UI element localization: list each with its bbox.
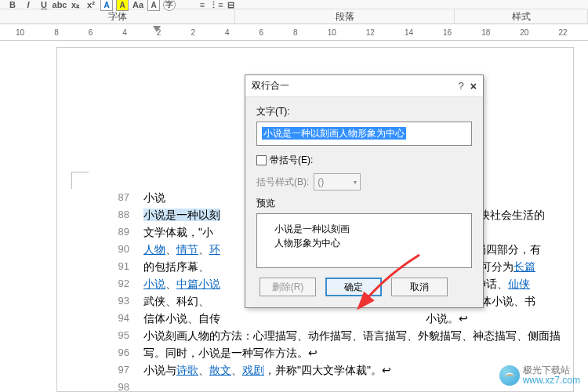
watermark-logo-icon	[499, 365, 520, 386]
preview-line2: 人物形象为中心	[274, 236, 454, 250]
line-number: 93	[57, 292, 143, 310]
preview-label: 预览	[256, 197, 472, 210]
highlight-button[interactable]: A	[116, 0, 129, 11]
italic-button[interactable]: I	[22, 0, 34, 11]
close-button[interactable]: ×	[470, 80, 477, 93]
bracket-style-label: 括号样式(B):	[256, 176, 309, 189]
text-input[interactable]: 小说是一种以刻画人物形象为中心	[256, 122, 472, 146]
doc-line[interactable]: 95小说刻画人物的方法：心理描写、动作描写、语言描写、外貌描写、神态描写、侧面描	[57, 327, 573, 344]
delete-button[interactable]: 删除(R)	[260, 278, 316, 296]
watermark-url: www.xz7.com	[523, 376, 580, 386]
multilevel-button[interactable]: ⊟	[224, 0, 237, 11]
group-style-label: 样式	[455, 9, 588, 24]
enclose-char-button[interactable]: 字	[163, 0, 176, 11]
toolbar-top: B I U abc x₂ x² A A Aa A 字 ≡ ⋮≡ ⊟	[0, 0, 588, 9]
hyperlink[interactable]: 仙侠	[508, 278, 530, 290]
line-number: 89	[57, 223, 143, 241]
line-text[interactable]: 小说刻画人物的方法：心理描写、动作描写、语言描写、外貌描写、神态描写、侧面描	[143, 327, 573, 344]
dialog-title: 双行合一	[252, 79, 459, 93]
hyperlink[interactable]: 散文	[209, 364, 231, 376]
toolbar-paragraph-icons: ≡ ⋮≡ ⊟	[196, 0, 237, 11]
char-border-button[interactable]: A	[147, 0, 160, 11]
two-lines-in-one-dialog: 双行合一 ? × 文字(T): 小说是一种以刻画人物形象为中心 带括号(E): …	[245, 74, 484, 308]
line-text[interactable]: 写。同时，小说是一种写作方法。↩	[143, 344, 573, 361]
bullets-button[interactable]: ≡	[196, 0, 209, 11]
text-input-value: 小说是一种以刻画人物形象为中心	[262, 127, 406, 140]
line-number: 98	[57, 379, 143, 392]
hyperlink[interactable]: 戏剧	[242, 364, 264, 376]
ribbon-group-labels: 字体 段落 样式	[0, 9, 588, 24]
line-number: 95	[57, 327, 143, 344]
line-number: 96	[57, 344, 143, 361]
text-label: 文字(T):	[256, 105, 472, 118]
bracket-checkbox[interactable]	[256, 155, 267, 165]
line-number: 90	[57, 241, 143, 258]
doc-line[interactable]: 97小说与诗歌、散文、戏剧，并称"四大文学体裁"。↩	[57, 361, 573, 379]
line-number: 88	[57, 206, 143, 223]
sub-button[interactable]: x₂	[69, 0, 82, 11]
doc-line[interactable]: 96写。同时，小说是一种写作方法。↩	[57, 344, 573, 361]
sup-button[interactable]: x²	[85, 0, 97, 11]
toolbar-format-icons: B I U abc x₂ x² A A Aa A 字	[6, 0, 176, 11]
underline-button[interactable]: U	[38, 0, 50, 11]
page-corner-mark	[71, 172, 89, 189]
chevron-down-icon: ▾	[354, 179, 357, 186]
change-case-button[interactable]: Aa	[132, 0, 144, 11]
hyperlink[interactable]: 中篇小说	[176, 278, 220, 290]
doc-line[interactable]: 94信体小说、自传小说。↩	[57, 310, 573, 327]
hyperlink[interactable]: 诗歌	[176, 364, 198, 376]
preview-line1: 小说是一种以刻画	[274, 222, 454, 236]
bracket-style-combo: () ▾	[314, 173, 361, 191]
preview-box: 小说是一种以刻画 人物形象为中心	[256, 213, 472, 268]
numbering-button[interactable]: ⋮≡	[210, 0, 223, 11]
group-font-label: 字体	[0, 9, 235, 24]
line-number: 87	[57, 189, 143, 206]
ok-button[interactable]: 确定	[325, 278, 382, 296]
watermark: 极光下载站 www.xz7.com	[499, 365, 580, 386]
line-number: 91	[57, 258, 143, 275]
combo-value: ()	[318, 176, 324, 187]
font-color-button[interactable]: A	[100, 0, 113, 11]
hyperlink[interactable]: 人物	[143, 243, 165, 256]
doc-line[interactable]: 98	[57, 379, 573, 392]
line-number: 92	[57, 275, 143, 292]
line-text[interactable]: 信体小说、自传小说。↩	[143, 310, 573, 327]
horizontal-ruler[interactable]: 1086422468101214161820222426283032343638	[0, 24, 588, 41]
cancel-button[interactable]: 取消	[391, 278, 448, 296]
ruler-indent-marker[interactable]	[153, 26, 161, 32]
hyperlink[interactable]: 环	[209, 243, 220, 256]
strike-button[interactable]: abc	[53, 0, 66, 11]
dialog-titlebar: 双行合一 ? ×	[245, 75, 483, 97]
bold-button[interactable]: B	[6, 0, 19, 11]
hyperlink[interactable]: 情节	[176, 243, 198, 256]
line-number: 94	[57, 310, 143, 327]
bracket-label: 带括号(E):	[270, 154, 313, 167]
line-number: 97	[57, 361, 143, 379]
group-para-label: 段落	[235, 9, 455, 24]
hyperlink[interactable]: 小说	[143, 278, 165, 290]
help-button[interactable]: ?	[459, 80, 464, 92]
